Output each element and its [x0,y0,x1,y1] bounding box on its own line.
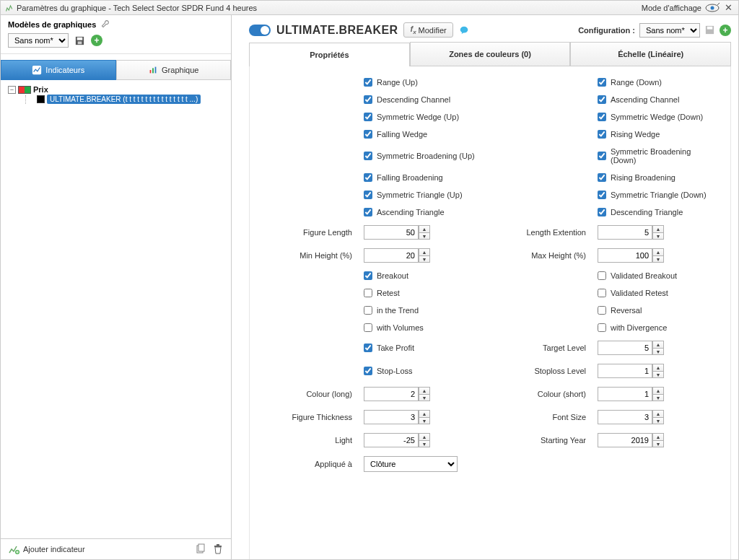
trash-icon[interactable] [212,543,224,555]
chk-stop-loss[interactable]: Stop-Loss [364,367,479,375]
chk-sym_wedge_down[interactable]: Symmetric Wedge (Down) [598,113,713,121]
chk-asc_channel-checkbox[interactable] [598,95,606,104]
chk-breakout[interactable]: Breakout [364,271,479,280]
chk-fall_wedge[interactable]: Falling Wedge [364,130,479,139]
input-min-height-down[interactable]: ▼ [419,255,430,263]
applied-to-select[interactable]: Clôture [364,456,458,472]
input-figure-length[interactable] [364,225,419,240]
modify-button[interactable]: fx Modifier [403,22,452,38]
chk-rise_broad-checkbox[interactable] [598,173,606,182]
tree-indicator-item[interactable]: ULTIMATE.BREAKER (t t t t t t t t t t t … [47,95,201,104]
input-max-height-down[interactable]: ▼ [652,255,664,263]
display-mode-icon[interactable] [704,3,720,13]
chk-val-retest-checkbox[interactable] [598,289,606,297]
input-min-height-up[interactable]: ▲ [419,248,430,255]
input-figure-thickness-down[interactable]: ▼ [419,417,430,424]
chk-fall_broad-checkbox[interactable] [364,173,372,182]
add-template-button[interactable]: + [90,34,103,47]
input-max-height[interactable] [598,248,652,263]
config-select[interactable]: Sans nom* [639,23,700,38]
tab-indicators[interactable]: Indicateurs [1,60,116,80]
chk-range_down-checkbox[interactable] [598,78,606,87]
input-colour-short-down[interactable]: ▼ [652,394,664,401]
add-indicator-button[interactable]: Ajouter indicateur [8,543,85,555]
chk-asc_tri-checkbox[interactable] [364,208,372,216]
chk-desc_tri[interactable]: Descending Triangle [598,208,713,216]
price-color-swatch[interactable] [18,86,31,94]
chk-val-retest[interactable]: Validated Retest [598,289,713,297]
input-figure-length-down[interactable]: ▼ [419,232,430,240]
input-length-ext-up[interactable]: ▲ [652,225,664,232]
chk-desc_channel-checkbox[interactable] [364,95,372,104]
chk-sym_wedge_down-checkbox[interactable] [598,113,606,121]
input-target-level[interactable] [598,341,652,355]
input-stoploss-level-up[interactable]: ▲ [652,364,664,371]
input-target-level-down[interactable]: ▼ [652,348,664,355]
chk-fall_wedge-checkbox[interactable] [364,130,372,139]
save-config-icon[interactable] [704,25,715,35]
input-stoploss-level-down[interactable]: ▼ [652,371,664,378]
chk-reversal[interactable]: Reversal [598,306,713,315]
chk-rise_wedge-checkbox[interactable] [598,130,606,139]
chk-with-div-checkbox[interactable] [598,323,606,332]
input-starting-year-up[interactable]: ▲ [652,433,664,440]
input-starting-year-down[interactable]: ▼ [652,440,664,447]
indicator-color-swatch[interactable] [37,95,45,103]
chk-sym_wedge_up[interactable]: Symmetric Wedge (Up) [364,113,479,121]
input-max-height-up[interactable]: ▲ [652,248,664,255]
input-colour-long-down[interactable]: ▼ [419,394,430,401]
input-light-up[interactable]: ▲ [419,433,430,440]
input-min-height[interactable] [364,248,419,263]
tab-properties[interactable]: Propriétés [249,43,410,66]
chk-retest-checkbox[interactable] [364,289,372,297]
save-icon[interactable] [73,34,86,47]
chk-sym_broad_down-checkbox[interactable] [598,152,606,160]
chk-retest[interactable]: Retest [364,289,479,297]
chk-take-profit-checkbox[interactable] [364,344,372,352]
input-colour-long-up[interactable]: ▲ [419,387,430,394]
input-font-size-down[interactable]: ▼ [652,417,664,424]
chk-range_down[interactable]: Range (Down) [598,78,713,87]
input-light[interactable] [364,433,419,447]
chk-val-breakout[interactable]: Validated Breakout [598,271,713,280]
input-figure-thickness[interactable] [364,410,419,424]
chk-sym_broad_up[interactable]: Symmetric Broadening (Up) [364,152,479,160]
input-figure-length-up[interactable]: ▲ [419,225,430,232]
chk-with-vol[interactable]: with Volumes [364,323,479,332]
input-starting-year[interactable] [598,433,652,447]
input-colour-short-up[interactable]: ▲ [652,387,664,394]
chk-with-vol-checkbox[interactable] [364,323,372,332]
chk-breakout-checkbox[interactable] [364,271,372,280]
chk-take-profit[interactable]: Take Profit [364,344,479,352]
input-colour-short[interactable] [598,387,652,401]
template-name-select[interactable]: Sans nom* [8,33,69,48]
chk-sym_tri_down[interactable]: Symmetric Triangle (Down) [598,191,713,199]
input-length-ext-down[interactable]: ▼ [652,232,664,240]
input-length-ext[interactable] [598,225,652,240]
chk-val-breakout-checkbox[interactable] [598,271,606,280]
chk-in-trend[interactable]: in the Trend [364,306,479,315]
close-icon[interactable]: ✕ [723,2,734,13]
indicator-enable-toggle[interactable] [249,25,271,36]
chk-range_up-checkbox[interactable] [364,78,372,87]
chk-sym_tri_up[interactable]: Symmetric Triangle (Up) [364,191,479,199]
input-target-level-up[interactable]: ▲ [652,341,664,348]
chk-range_up[interactable]: Range (Up) [364,78,479,87]
chk-with-div[interactable]: with Divergence [598,323,713,332]
input-font-size[interactable] [598,410,652,424]
chk-reversal-checkbox[interactable] [598,306,606,315]
tree-collapse-icon[interactable]: − [8,86,16,94]
chk-rise_wedge[interactable]: Rising Wedge [598,130,713,139]
input-stoploss-level[interactable] [598,364,652,378]
add-config-button[interactable]: + [720,25,731,36]
chk-desc_tri-checkbox[interactable] [598,208,606,216]
chk-fall_broad[interactable]: Falling Broadening [364,173,479,182]
wrench-icon[interactable] [100,19,110,29]
input-light-down[interactable]: ▼ [419,440,430,447]
chk-asc_tri[interactable]: Ascending Triangle [364,208,479,216]
input-font-size-up[interactable]: ▲ [652,410,664,417]
chk-sym_tri_down-checkbox[interactable] [598,191,606,199]
help-bubble-icon[interactable] [459,25,469,35]
chk-asc_channel[interactable]: Ascending Channel [598,95,713,104]
input-figure-thickness-up[interactable]: ▲ [419,410,430,417]
